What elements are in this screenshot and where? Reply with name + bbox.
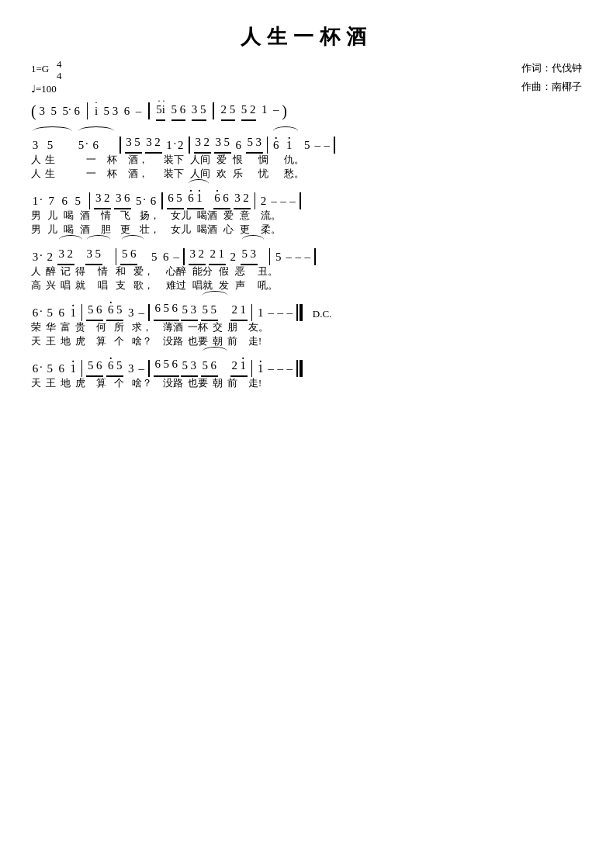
barline2 <box>148 102 150 119</box>
intro-row: ( 3 5 5· 6 i· 5 3 6 – 5·i· 5 6 3 5 2 5 5… <box>31 102 582 121</box>
bg1: 35 <box>125 134 142 154</box>
intro-n1: 3 5 5 <box>36 103 68 119</box>
notation-row-1: 3 5 5· 6 35 32 1· 2 32 35 6 53 <box>31 132 582 154</box>
bg2: 32 <box>145 134 162 154</box>
notation-row-4: 6· 5 6 1 56 65 3 – 656 53 55 21 1 – – – <box>31 299 582 321</box>
meta-right: 作词：代伐钟 作曲：南椰子 <box>521 59 582 95</box>
bl8 <box>300 192 301 209</box>
close-paren: ) <box>282 103 287 119</box>
meta-row: 1=G 44 ♩=100 作词：代伐钟 作曲：南椰子 <box>31 59 582 97</box>
section3: 3· 2 32 35 56 5 6 – 32 21 2 <box>31 244 582 293</box>
bl16 <box>81 360 83 377</box>
bg5: 53 <box>246 134 263 154</box>
page-title: 人生一杯酒 <box>31 23 582 51</box>
lyrics-5: 天王地虎 算个啥？ 没路也要朝前 走! <box>31 377 582 391</box>
section5: 6· 5 6 1 56 65 3 – 656 53 56 21 1 – – – <box>31 355 582 391</box>
bl14 <box>148 304 150 321</box>
section1: 3 5 5· 6 35 32 1· 2 32 35 6 53 <box>31 132 582 182</box>
bg10: 66 <box>213 190 230 209</box>
key-time: 1=G 44 <box>31 59 61 81</box>
tempo: ♩=100 <box>31 81 61 98</box>
lyricist: 作词：代伐钟 <box>521 59 582 77</box>
lyrics-2b: 男儿喝酒 胆更壮， 女儿喝酒心更 柔。 <box>31 223 582 237</box>
intro-section: ( 3 5 5· 6 i· 5 3 6 – 5·i· 5 6 3 5 2 5 5… <box>31 102 582 121</box>
notation-row-3: 3· 2 32 35 56 5 6 – 32 21 2 <box>31 244 582 265</box>
bl17 <box>148 360 150 377</box>
bl9 <box>116 248 117 265</box>
notation-row-5: 6· 5 6 1 56 65 3 – 656 53 56 21 1 – – – <box>31 355 582 377</box>
section2: 1· 7 6 5 32 36 5· 6 65 61 66 32 2 – – <box>31 188 582 237</box>
bg9: 61 <box>187 190 204 209</box>
intro-n4: 2 5 5 2 1 – <box>218 102 282 121</box>
composer: 作曲：南椰子 <box>521 78 582 95</box>
ng1: 3 5 <box>31 137 74 154</box>
bg4: 35 <box>214 134 231 154</box>
bg8: 65 <box>167 190 184 209</box>
final-bl <box>296 360 303 377</box>
bl18 <box>251 360 253 377</box>
lyrics-3a: 人醉记得 情和爱， 心醉能分假恶 丑。 <box>31 265 582 279</box>
bg11: 32 <box>234 190 251 209</box>
bl5 <box>89 192 91 209</box>
intro-n3: 5·i· 5 6 3 5 <box>154 102 210 121</box>
bl13 <box>81 304 83 321</box>
lyrics-2a: 男儿喝酒 情飞扬， 女儿喝酒爱意 流。 <box>31 209 582 223</box>
ng2: 5· 6 <box>77 137 116 154</box>
open-paren: ( <box>31 103 36 119</box>
ng3: 6 1 <box>272 137 300 154</box>
meta-left: 1=G 44 ♩=100 <box>31 59 61 97</box>
bl11 <box>269 248 271 265</box>
dc-label: D.C. <box>313 307 332 321</box>
bl10 <box>183 248 185 265</box>
notation-row-2: 1· 7 6 5 32 36 5· 6 65 61 66 32 2 – – <box>31 188 582 209</box>
lyrics-1a: 人生 一杯酒， 装下人间爱恨 惆仇。 <box>31 154 582 168</box>
bl15 <box>251 304 253 321</box>
lyrics-4b: 天王地虎 算个啥？ 没路也要朝前 走! <box>31 335 582 349</box>
barline <box>87 102 88 119</box>
bl <box>119 137 121 154</box>
bg3: 32 <box>194 134 211 154</box>
bl2 <box>189 137 190 154</box>
section4: 6· 5 6 1 56 65 3 – 656 53 55 21 1 – – – <box>31 299 582 349</box>
intro-n2: i· 5 3 6 – <box>92 103 144 119</box>
bl7 <box>255 192 256 209</box>
lyrics-4a: 荣华富贵 何所求， 薄酒一杯交朋 友。 <box>31 321 582 335</box>
bg6: 32 <box>94 190 111 209</box>
bl12 <box>314 248 316 265</box>
barline3 <box>213 102 214 119</box>
bg7: 36 <box>114 190 131 209</box>
double-bl <box>296 304 303 321</box>
bl4 <box>334 137 335 154</box>
lyrics-1b: 人生 一杯酒， 装下人间欢乐 忧愁。 <box>31 168 582 182</box>
bl6 <box>161 192 163 209</box>
bl3 <box>267 137 268 154</box>
lyrics-3b: 高兴唱就 唱支歌， 难过唱就发声 吼。 <box>31 279 582 293</box>
